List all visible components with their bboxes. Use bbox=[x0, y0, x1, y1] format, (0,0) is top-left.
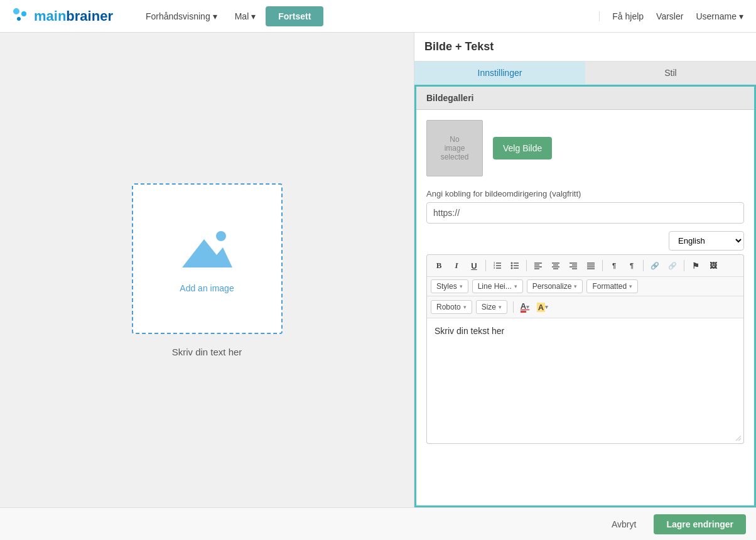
editor-toolbar: B I U 123 bbox=[426, 254, 744, 318]
top-navigation: mainbrainer Forhåndsvisning ▾ Mal ▾ Fort… bbox=[0, 0, 756, 33]
panel-title: Bilde + Tekst bbox=[414, 33, 756, 62]
nav-links: Forhåndsvisning ▾ Mal ▾ Fortsett bbox=[138, 6, 599, 26]
chevron-down-icon: ▾ bbox=[499, 304, 502, 310]
left-panel: Add an image Skriv din text her bbox=[0, 33, 414, 507]
svg-point-15 bbox=[511, 265, 513, 267]
image-placeholder[interactable]: Add an image bbox=[132, 183, 283, 334]
chevron-down-icon: ▾ bbox=[460, 283, 463, 289]
chevron-down-icon: ▾ bbox=[514, 283, 517, 289]
font-dropdown[interactable]: Roboto ▾ bbox=[431, 300, 472, 314]
tab-innstillinger[interactable]: Innstillinger bbox=[414, 62, 585, 84]
resize-handle[interactable] bbox=[733, 433, 741, 441]
chevron-down-icon: ▾ bbox=[251, 11, 256, 21]
svg-line-33 bbox=[736, 436, 741, 441]
nav-right: Få hjelp Varsler Username ▾ bbox=[599, 11, 743, 21]
bildegalleri-body: No image selected Velg Bilde Angi koblin… bbox=[416, 110, 754, 454]
svg-text:3: 3 bbox=[494, 266, 495, 269]
formatted-dropdown[interactable]: Formatted ▾ bbox=[586, 279, 638, 293]
justify-button[interactable] bbox=[583, 257, 599, 274]
nav-mal[interactable]: Mal ▾ bbox=[227, 8, 264, 25]
fa-hjelp-link[interactable]: Få hjelp bbox=[612, 11, 644, 21]
user-menu[interactable]: Username ▾ bbox=[696, 11, 743, 21]
ordered-list-button[interactable]: 123 bbox=[489, 257, 505, 274]
link-label: Angi kobling for bildeomdirigering (valg… bbox=[426, 189, 744, 198]
svg-point-4 bbox=[216, 231, 226, 241]
personalize-dropdown[interactable]: Personalize ▾ bbox=[527, 279, 583, 293]
chevron-down-icon: ▾ bbox=[213, 11, 217, 21]
link-button[interactable]: 🔗 bbox=[647, 257, 663, 274]
bildegalleri-header: Bildegalleri bbox=[416, 87, 754, 110]
align-left-button[interactable] bbox=[530, 257, 546, 274]
svg-point-1 bbox=[21, 11, 26, 16]
svg-point-16 bbox=[511, 267, 513, 269]
image-icon bbox=[176, 224, 239, 276]
nav-forhandsvisning[interactable]: Forhåndsvisning ▾ bbox=[138, 8, 225, 25]
language-row: English Norwegian Swedish Danish bbox=[426, 231, 744, 251]
velg-bilde-button[interactable]: Velg Bilde bbox=[493, 137, 552, 159]
image-select-row: No image selected Velg Bilde bbox=[426, 120, 744, 176]
insert-image-button[interactable]: 🖼 bbox=[705, 257, 721, 274]
no-image-box: No image selected bbox=[426, 120, 483, 176]
separator bbox=[602, 260, 603, 271]
svg-point-2 bbox=[17, 17, 21, 21]
ltr-button[interactable]: ¶ bbox=[606, 257, 622, 274]
separator bbox=[684, 260, 684, 271]
lagre-button[interactable]: Lagre endringer bbox=[654, 514, 746, 534]
svg-point-0 bbox=[13, 8, 19, 14]
align-center-button[interactable] bbox=[548, 257, 564, 274]
language-select[interactable]: English Norwegian Swedish Danish bbox=[669, 231, 744, 251]
right-panel: Bilde + Tekst Innstillinger Stil Bildega… bbox=[414, 33, 756, 507]
unordered-list-button[interactable] bbox=[507, 257, 523, 274]
avbryt-button[interactable]: Avbryt bbox=[602, 514, 646, 534]
styles-dropdown[interactable]: Styles ▾ bbox=[431, 279, 468, 293]
text-preview: Skriv din text her bbox=[172, 347, 242, 357]
varsler-link[interactable]: Varsler bbox=[656, 11, 683, 21]
logo-icon bbox=[13, 8, 30, 25]
size-dropdown[interactable]: Size ▾ bbox=[476, 300, 507, 314]
unlink-button[interactable]: 🔗 bbox=[664, 257, 681, 274]
editor-content: Skriv din tekst her bbox=[435, 326, 504, 336]
chevron-down-icon: ▾ bbox=[629, 283, 632, 289]
chevron-down-icon: ▾ bbox=[574, 283, 577, 289]
svg-point-14 bbox=[511, 262, 513, 264]
svg-line-34 bbox=[738, 438, 741, 441]
add-image-link[interactable]: Add an image bbox=[180, 283, 234, 293]
chevron-down-icon: ▾ bbox=[739, 11, 743, 21]
main-content: Add an image Skriv din text her Bilde + … bbox=[0, 33, 756, 507]
font-color-button[interactable]: A ▾ bbox=[517, 299, 533, 315]
bold-button[interactable]: B bbox=[431, 257, 447, 274]
rtl-button[interactable]: ¶ bbox=[624, 257, 640, 274]
underline-button[interactable]: U bbox=[466, 257, 482, 274]
editor-area[interactable]: Skriv din tekst her bbox=[426, 318, 744, 444]
background-color-button[interactable]: A ▾ bbox=[534, 299, 551, 315]
panel-tabs: Innstillinger Stil bbox=[414, 62, 756, 85]
chevron-down-icon: ▾ bbox=[463, 304, 467, 310]
separator bbox=[485, 260, 486, 271]
logo-text: mainbrainer bbox=[34, 8, 113, 24]
link-input[interactable] bbox=[426, 202, 744, 224]
tab-stil[interactable]: Stil bbox=[585, 62, 756, 84]
logo: mainbrainer bbox=[13, 8, 113, 25]
toolbar-row-3: Roboto ▾ Size ▾ A ▾ A bbox=[427, 296, 743, 318]
bottom-bar: Avbryt Lagre endringer bbox=[0, 507, 756, 540]
flag-button[interactable]: ⚑ bbox=[688, 257, 704, 274]
svg-marker-3 bbox=[182, 239, 232, 267]
toolbar-row-1: B I U 123 bbox=[427, 255, 743, 277]
separator bbox=[526, 260, 527, 271]
toolbar-row-2: Styles ▾ Line Hei... ▾ Personalize ▾ F bbox=[427, 277, 743, 296]
fortsett-button[interactable]: Fortsett bbox=[266, 6, 323, 26]
panel-body: Bildegalleri No image selected Velg Bild… bbox=[414, 85, 756, 507]
separator bbox=[643, 260, 644, 271]
line-height-dropdown[interactable]: Line Hei... ▾ bbox=[472, 279, 523, 293]
italic-button[interactable]: I bbox=[448, 257, 465, 274]
separator bbox=[513, 301, 514, 313]
align-right-button[interactable] bbox=[565, 257, 581, 274]
